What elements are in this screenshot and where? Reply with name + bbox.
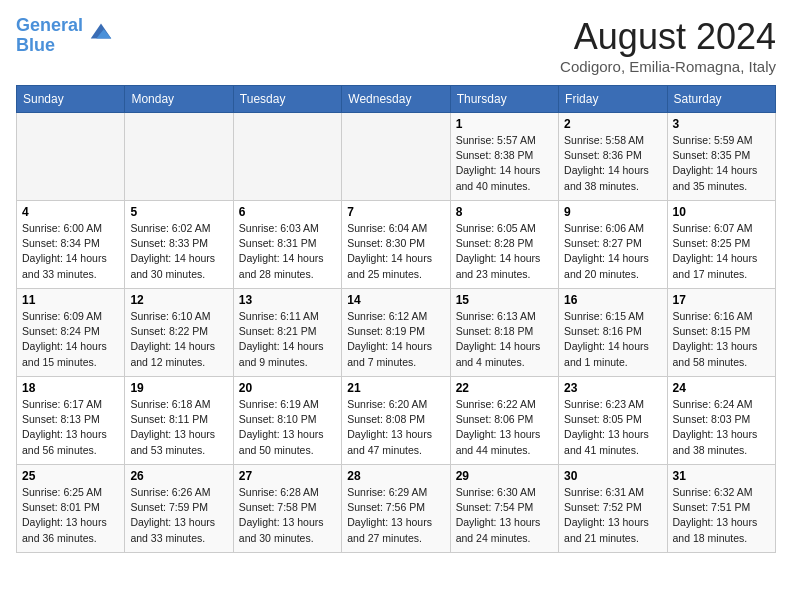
calendar-cell: 19Sunrise: 6:18 AMSunset: 8:11 PMDayligh… <box>125 377 233 465</box>
day-number: 13 <box>239 293 336 307</box>
logo: General Blue <box>16 16 115 56</box>
calendar-cell: 22Sunrise: 6:22 AMSunset: 8:06 PMDayligh… <box>450 377 558 465</box>
calendar-cell: 13Sunrise: 6:11 AMSunset: 8:21 PMDayligh… <box>233 289 341 377</box>
day-number: 28 <box>347 469 444 483</box>
day-number: 3 <box>673 117 770 131</box>
title-area: August 2024 Codigoro, Emilia-Romagna, It… <box>560 16 776 75</box>
day-info: Sunrise: 6:05 AMSunset: 8:28 PMDaylight:… <box>456 221 553 282</box>
calendar-cell: 10Sunrise: 6:07 AMSunset: 8:25 PMDayligh… <box>667 201 775 289</box>
day-number: 29 <box>456 469 553 483</box>
calendar-cell <box>125 113 233 201</box>
day-info: Sunrise: 6:20 AMSunset: 8:08 PMDaylight:… <box>347 397 444 458</box>
weekday-header-friday: Friday <box>559 86 667 113</box>
logo-text: General Blue <box>16 16 83 56</box>
calendar-cell: 12Sunrise: 6:10 AMSunset: 8:22 PMDayligh… <box>125 289 233 377</box>
calendar-week-1: 1Sunrise: 5:57 AMSunset: 8:38 PMDaylight… <box>17 113 776 201</box>
day-number: 7 <box>347 205 444 219</box>
calendar-cell: 24Sunrise: 6:24 AMSunset: 8:03 PMDayligh… <box>667 377 775 465</box>
calendar-header: SundayMondayTuesdayWednesdayThursdayFrid… <box>17 86 776 113</box>
calendar-cell: 21Sunrise: 6:20 AMSunset: 8:08 PMDayligh… <box>342 377 450 465</box>
day-number: 26 <box>130 469 227 483</box>
location: Codigoro, Emilia-Romagna, Italy <box>560 58 776 75</box>
day-number: 15 <box>456 293 553 307</box>
day-info: Sunrise: 6:00 AMSunset: 8:34 PMDaylight:… <box>22 221 119 282</box>
day-info: Sunrise: 5:59 AMSunset: 8:35 PMDaylight:… <box>673 133 770 194</box>
calendar-cell: 31Sunrise: 6:32 AMSunset: 7:51 PMDayligh… <box>667 465 775 553</box>
calendar-cell <box>17 113 125 201</box>
calendar-cell: 1Sunrise: 5:57 AMSunset: 8:38 PMDaylight… <box>450 113 558 201</box>
day-info: Sunrise: 5:58 AMSunset: 8:36 PMDaylight:… <box>564 133 661 194</box>
calendar-cell: 9Sunrise: 6:06 AMSunset: 8:27 PMDaylight… <box>559 201 667 289</box>
calendar-cell: 29Sunrise: 6:30 AMSunset: 7:54 PMDayligh… <box>450 465 558 553</box>
calendar-cell: 8Sunrise: 6:05 AMSunset: 8:28 PMDaylight… <box>450 201 558 289</box>
day-number: 21 <box>347 381 444 395</box>
day-info: Sunrise: 6:09 AMSunset: 8:24 PMDaylight:… <box>22 309 119 370</box>
logo-icon <box>87 18 115 46</box>
weekday-header-sunday: Sunday <box>17 86 125 113</box>
calendar-cell: 15Sunrise: 6:13 AMSunset: 8:18 PMDayligh… <box>450 289 558 377</box>
day-number: 9 <box>564 205 661 219</box>
day-info: Sunrise: 6:15 AMSunset: 8:16 PMDaylight:… <box>564 309 661 370</box>
day-info: Sunrise: 6:10 AMSunset: 8:22 PMDaylight:… <box>130 309 227 370</box>
weekday-header-thursday: Thursday <box>450 86 558 113</box>
calendar-cell <box>233 113 341 201</box>
day-info: Sunrise: 6:24 AMSunset: 8:03 PMDaylight:… <box>673 397 770 458</box>
day-info: Sunrise: 6:04 AMSunset: 8:30 PMDaylight:… <box>347 221 444 282</box>
calendar-cell: 23Sunrise: 6:23 AMSunset: 8:05 PMDayligh… <box>559 377 667 465</box>
day-info: Sunrise: 5:57 AMSunset: 8:38 PMDaylight:… <box>456 133 553 194</box>
day-number: 10 <box>673 205 770 219</box>
day-info: Sunrise: 6:17 AMSunset: 8:13 PMDaylight:… <box>22 397 119 458</box>
calendar-cell: 11Sunrise: 6:09 AMSunset: 8:24 PMDayligh… <box>17 289 125 377</box>
calendar-cell: 5Sunrise: 6:02 AMSunset: 8:33 PMDaylight… <box>125 201 233 289</box>
calendar-cell: 14Sunrise: 6:12 AMSunset: 8:19 PMDayligh… <box>342 289 450 377</box>
calendar-cell <box>342 113 450 201</box>
day-number: 18 <box>22 381 119 395</box>
day-number: 2 <box>564 117 661 131</box>
calendar-week-3: 11Sunrise: 6:09 AMSunset: 8:24 PMDayligh… <box>17 289 776 377</box>
calendar-week-2: 4Sunrise: 6:00 AMSunset: 8:34 PMDaylight… <box>17 201 776 289</box>
calendar-cell: 4Sunrise: 6:00 AMSunset: 8:34 PMDaylight… <box>17 201 125 289</box>
day-number: 23 <box>564 381 661 395</box>
calendar-cell: 18Sunrise: 6:17 AMSunset: 8:13 PMDayligh… <box>17 377 125 465</box>
day-info: Sunrise: 6:06 AMSunset: 8:27 PMDaylight:… <box>564 221 661 282</box>
day-info: Sunrise: 6:13 AMSunset: 8:18 PMDaylight:… <box>456 309 553 370</box>
day-info: Sunrise: 6:16 AMSunset: 8:15 PMDaylight:… <box>673 309 770 370</box>
calendar-cell: 26Sunrise: 6:26 AMSunset: 7:59 PMDayligh… <box>125 465 233 553</box>
calendar-cell: 17Sunrise: 6:16 AMSunset: 8:15 PMDayligh… <box>667 289 775 377</box>
day-info: Sunrise: 6:29 AMSunset: 7:56 PMDaylight:… <box>347 485 444 546</box>
calendar-cell: 6Sunrise: 6:03 AMSunset: 8:31 PMDaylight… <box>233 201 341 289</box>
day-info: Sunrise: 6:31 AMSunset: 7:52 PMDaylight:… <box>564 485 661 546</box>
weekday-header-wednesday: Wednesday <box>342 86 450 113</box>
day-info: Sunrise: 6:03 AMSunset: 8:31 PMDaylight:… <box>239 221 336 282</box>
page-header: General Blue August 2024 Codigoro, Emili… <box>16 16 776 75</box>
calendar-table: SundayMondayTuesdayWednesdayThursdayFrid… <box>16 85 776 553</box>
day-info: Sunrise: 6:07 AMSunset: 8:25 PMDaylight:… <box>673 221 770 282</box>
calendar-week-5: 25Sunrise: 6:25 AMSunset: 8:01 PMDayligh… <box>17 465 776 553</box>
calendar-week-4: 18Sunrise: 6:17 AMSunset: 8:13 PMDayligh… <box>17 377 776 465</box>
weekday-header-tuesday: Tuesday <box>233 86 341 113</box>
day-number: 12 <box>130 293 227 307</box>
calendar-body: 1Sunrise: 5:57 AMSunset: 8:38 PMDaylight… <box>17 113 776 553</box>
day-number: 22 <box>456 381 553 395</box>
weekday-header-monday: Monday <box>125 86 233 113</box>
calendar-cell: 28Sunrise: 6:29 AMSunset: 7:56 PMDayligh… <box>342 465 450 553</box>
weekday-header-saturday: Saturday <box>667 86 775 113</box>
weekday-header-row: SundayMondayTuesdayWednesdayThursdayFrid… <box>17 86 776 113</box>
day-number: 30 <box>564 469 661 483</box>
calendar-cell: 20Sunrise: 6:19 AMSunset: 8:10 PMDayligh… <box>233 377 341 465</box>
day-info: Sunrise: 6:23 AMSunset: 8:05 PMDaylight:… <box>564 397 661 458</box>
day-info: Sunrise: 6:12 AMSunset: 8:19 PMDaylight:… <box>347 309 444 370</box>
calendar-cell: 2Sunrise: 5:58 AMSunset: 8:36 PMDaylight… <box>559 113 667 201</box>
day-number: 31 <box>673 469 770 483</box>
month-title: August 2024 <box>560 16 776 58</box>
day-info: Sunrise: 6:25 AMSunset: 8:01 PMDaylight:… <box>22 485 119 546</box>
calendar-cell: 27Sunrise: 6:28 AMSunset: 7:58 PMDayligh… <box>233 465 341 553</box>
day-info: Sunrise: 6:18 AMSunset: 8:11 PMDaylight:… <box>130 397 227 458</box>
day-number: 11 <box>22 293 119 307</box>
day-info: Sunrise: 6:30 AMSunset: 7:54 PMDaylight:… <box>456 485 553 546</box>
day-number: 25 <box>22 469 119 483</box>
day-info: Sunrise: 6:19 AMSunset: 8:10 PMDaylight:… <box>239 397 336 458</box>
calendar-cell: 25Sunrise: 6:25 AMSunset: 8:01 PMDayligh… <box>17 465 125 553</box>
day-number: 24 <box>673 381 770 395</box>
day-number: 16 <box>564 293 661 307</box>
